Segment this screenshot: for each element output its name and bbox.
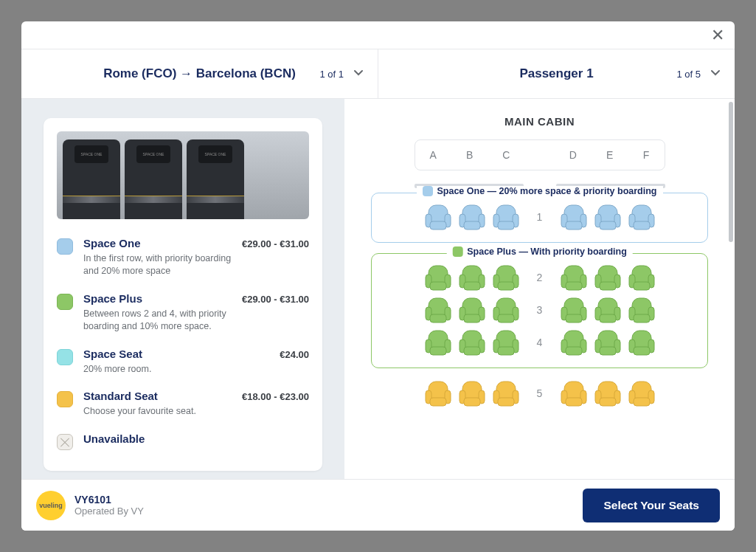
seat[interactable] [491, 202, 521, 232]
seat[interactable] [627, 295, 656, 325]
close-icon[interactable]: ✕ [711, 27, 724, 44]
svg-rect-67 [600, 314, 616, 322]
seat[interactable] [559, 263, 589, 292]
svg-rect-7 [464, 221, 480, 230]
row-number: 4 [525, 337, 555, 348]
flight-number: VY6101 [74, 494, 144, 506]
column-headers: ABC DEF [415, 139, 665, 170]
route-selector[interactable]: Rome (FCO) → Barcelona (BCN) 1 of 1 [21, 49, 378, 98]
svg-rect-63 [566, 314, 582, 322]
legend-price: €18.00 - €23.00 [242, 391, 309, 402]
seat-map: MAIN CABIN ABC DEF Space One — 20% more … [344, 99, 735, 479]
legend-item-space_plus: Space Plus€29.00 - €31.00Between rows 2 … [57, 285, 309, 340]
seat-row: 4 [379, 328, 700, 357]
passenger-selector[interactable]: Passenger 1 1 of 5 [378, 49, 735, 98]
legend-column: SPACE ONE SPACE ONE SPACE ONE Space One€… [21, 99, 344, 479]
seat[interactable] [593, 379, 623, 408]
seat[interactable] [457, 379, 487, 408]
legend-name: Unavailable [83, 432, 145, 445]
svg-rect-59 [498, 314, 514, 322]
seat[interactable] [627, 202, 656, 232]
seat[interactable] [491, 379, 521, 408]
legend-desc: 20% more room. [83, 363, 246, 376]
select-seats-button[interactable]: Select Your Seats [583, 489, 720, 522]
svg-rect-43 [600, 282, 616, 290]
seat-map-column[interactable]: MAIN CABIN ABC DEF Space One — 20% more … [344, 99, 735, 479]
seat[interactable] [491, 295, 521, 325]
svg-rect-55 [464, 314, 480, 322]
svg-rect-47 [634, 282, 650, 290]
selector-bar: Rome (FCO) → Barcelona (BCN) 1 of 1 Pass… [21, 49, 735, 99]
legend-swatch [57, 434, 73, 450]
zone-label: Space Plus — With priority boarding [446, 246, 633, 257]
column-label: C [502, 149, 510, 161]
legend-item-space_one: Space One€29.00 - €31.00In the first row… [57, 230, 309, 285]
seat[interactable] [559, 295, 589, 325]
svg-rect-75 [430, 347, 446, 355]
seat[interactable] [423, 379, 453, 408]
column-label: D [569, 149, 577, 161]
seat-selection-modal: ✕ Rome (FCO) → Barcelona (BCN) 1 of 1 Pa… [21, 21, 735, 531]
seat[interactable] [423, 328, 453, 357]
seat[interactable] [627, 379, 656, 408]
seat[interactable] [457, 295, 487, 325]
zone-label: Space One — 20% more space & priority bo… [416, 186, 662, 196]
seat[interactable] [559, 328, 589, 357]
seat[interactable] [627, 328, 656, 357]
chevron-down-icon [353, 66, 364, 81]
seat[interactable] [593, 202, 623, 232]
legend-swatch [57, 238, 73, 255]
svg-rect-103 [464, 398, 480, 406]
seat-row: 2 [379, 263, 700, 292]
seat[interactable] [423, 295, 453, 325]
row-number: 3 [525, 304, 555, 316]
seat[interactable] [457, 202, 487, 232]
legend-item-standard: Standard Seat€18.00 - €23.00Choose your … [57, 382, 309, 425]
modal-body: SPACE ONE SPACE ONE SPACE ONE Space One€… [21, 99, 735, 479]
seat[interactable] [423, 263, 453, 292]
seat[interactable] [457, 263, 487, 292]
seat[interactable] [593, 328, 623, 357]
seat[interactable] [627, 263, 656, 292]
legend-name: Standard Seat [83, 390, 158, 402]
column-label: A [430, 149, 437, 161]
svg-rect-27 [430, 282, 446, 290]
seat-row: 3 [379, 295, 700, 325]
airline-brand: vueling VY6101 Operated By VY [36, 491, 144, 520]
svg-rect-111 [566, 398, 582, 406]
column-label: B [466, 149, 473, 161]
seat[interactable] [559, 379, 589, 408]
legend-desc: Between rows 2 and 4, with priority boar… [83, 308, 246, 333]
legend-item-space_seat: Space Seat€24.0020% more room. [57, 340, 309, 383]
svg-rect-15 [566, 221, 582, 230]
modal-footer: vueling VY6101 Operated By VY Select You… [21, 479, 735, 531]
svg-rect-107 [498, 398, 514, 406]
seat[interactable] [423, 202, 453, 232]
seat[interactable] [457, 328, 487, 357]
row-number: 2 [525, 272, 555, 283]
scrollbar[interactable] [729, 102, 733, 242]
legend-item-unavailable: Unavailable [57, 425, 309, 458]
svg-rect-91 [600, 347, 616, 355]
svg-rect-71 [634, 314, 650, 322]
svg-rect-95 [634, 347, 650, 355]
svg-rect-3 [430, 221, 446, 230]
svg-rect-115 [600, 398, 616, 406]
svg-rect-35 [498, 282, 514, 290]
seat[interactable] [593, 295, 623, 325]
seat[interactable] [491, 263, 521, 292]
airline-logo: vueling [36, 491, 66, 520]
seat[interactable] [559, 202, 589, 232]
seat-photo: SPACE ONE SPACE ONE SPACE ONE [57, 131, 309, 219]
svg-rect-31 [464, 282, 480, 290]
cabin-title: MAIN CABIN [371, 115, 708, 128]
row-number: 5 [525, 387, 555, 399]
svg-rect-99 [430, 398, 446, 406]
modal-topbar: ✕ [21, 21, 735, 49]
svg-rect-11 [498, 221, 514, 230]
legend-card: SPACE ONE SPACE ONE SPACE ONE Space One€… [44, 118, 322, 471]
svg-rect-19 [600, 221, 616, 230]
seat[interactable] [491, 328, 521, 357]
svg-rect-83 [498, 347, 514, 355]
seat[interactable] [593, 263, 623, 292]
